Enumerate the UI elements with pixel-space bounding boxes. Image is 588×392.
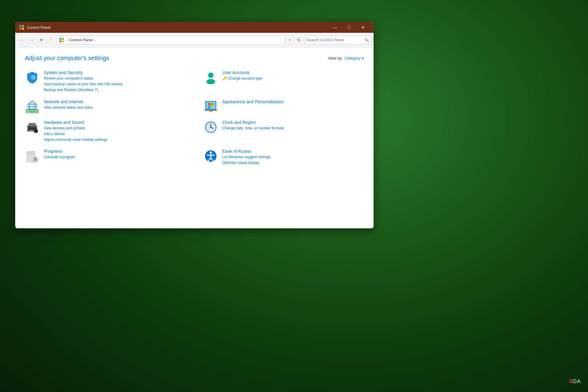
svg-rect-39	[27, 152, 35, 152]
up-button[interactable]: ↑	[47, 36, 55, 44]
hardware-sound-title[interactable]: Hardware and Sound	[44, 120, 185, 125]
appearance-text: Appearance and Personalization	[222, 99, 364, 105]
path-chevron-1: ›	[66, 38, 67, 42]
hardware-sound-link-2[interactable]: Add a device	[44, 131, 185, 137]
svg-rect-6	[60, 40, 61, 42]
main-content: Adjust your computer's settings View by:…	[15, 47, 374, 228]
programs-link-1[interactable]: Uninstall a program	[44, 154, 185, 160]
programs-text: Programs Uninstall a program	[44, 149, 185, 160]
category-hardware-sound: Hardware and Sound View devices and prin…	[25, 120, 185, 143]
view-by-label: View by:	[328, 56, 343, 60]
page-title: Adjust your computer's settings	[25, 55, 109, 62]
category-programs: Programs Uninstall a program	[25, 149, 185, 166]
svg-rect-22	[211, 103, 214, 105]
system-security-link-1[interactable]: Review your computer's status	[44, 76, 185, 81]
user-accounts-link-1[interactable]: 🔑 Change account type	[222, 76, 364, 81]
programs-title[interactable]: Programs	[44, 149, 185, 154]
maximize-button[interactable]: □	[342, 22, 356, 33]
svg-rect-1	[22, 25, 24, 27]
recent-button[interactable]: ▾	[37, 36, 46, 44]
category-system-security: System and Security Review your computer…	[25, 70, 185, 93]
categories-grid: System and Security Review your computer…	[25, 70, 364, 166]
svg-rect-24	[211, 106, 214, 108]
programs-icon	[25, 149, 39, 163]
svg-rect-3	[22, 28, 24, 30]
xda-watermark: XDA	[569, 378, 581, 385]
ease-of-access-link-1[interactable]: Let Windows suggest settings	[222, 154, 364, 160]
search-input[interactable]	[306, 38, 363, 42]
view-by-category[interactable]: Category ▾	[345, 56, 364, 60]
svg-rect-40	[27, 153, 35, 154]
svg-rect-5	[62, 38, 64, 40]
category-clock-region: Clock and Region Change date, time, or n…	[203, 120, 364, 143]
svg-point-9	[208, 73, 214, 78]
hardware-sound-icon	[25, 120, 39, 135]
network-internet-icon	[25, 99, 39, 114]
control-panel-window: Control Panel — □ ✕ ← → ▾ ↑ › Control Pa…	[15, 22, 374, 228]
system-security-title[interactable]: System and Security	[44, 70, 185, 75]
hardware-sound-text: Hardware and Sound View devices and prin…	[44, 120, 185, 143]
user-accounts-text: User Accounts 🔑 Change account type	[222, 70, 364, 81]
svg-rect-44	[35, 157, 36, 160]
network-internet-title[interactable]: Network and Internet	[44, 99, 185, 104]
system-security-text: System and Security Review your computer…	[44, 70, 185, 93]
path-chevron-2: ›	[94, 38, 96, 42]
svg-rect-7	[62, 40, 64, 42]
svg-point-8	[31, 75, 36, 80]
refresh-button[interactable]: ↻	[295, 36, 303, 44]
category-network-internet: Network and Internet View network status…	[25, 99, 185, 114]
ease-of-access-text: Ease of Access Let Windows suggest setti…	[222, 149, 364, 166]
user-accounts-title[interactable]: User Accounts	[222, 70, 364, 75]
ease-of-access-link-2[interactable]: Optimize visual display	[222, 160, 364, 166]
svg-rect-23	[208, 106, 210, 108]
network-internet-link-1[interactable]: View network status and tasks	[44, 105, 185, 111]
category-user-accounts: User Accounts 🔑 Change account type	[203, 70, 364, 93]
svg-point-10	[207, 79, 215, 84]
category-ease-of-access: Ease of Access Let Windows suggest setti…	[203, 149, 364, 166]
title-bar: Control Panel — □ ✕	[15, 22, 374, 33]
svg-rect-4	[60, 38, 61, 40]
forward-button[interactable]: →	[27, 36, 36, 44]
minimize-button[interactable]: —	[328, 22, 342, 33]
network-internet-text: Network and Internet View network status…	[44, 99, 185, 111]
window-icon	[19, 25, 24, 30]
window-title: Control Panel	[27, 25, 328, 30]
clock-region-title[interactable]: Clock and Region	[222, 120, 364, 125]
clock-region-icon	[203, 120, 218, 135]
address-bar: ← → ▾ ↑ › Control Panel › ▾ ↻ 🔍	[15, 33, 374, 47]
svg-rect-41	[27, 154, 35, 155]
search-icon: 🔍	[364, 38, 369, 42]
appearance-icon	[203, 99, 218, 114]
svg-point-46	[210, 152, 212, 154]
system-security-icon	[25, 70, 39, 85]
category-appearance: Appearance and Personalization	[203, 99, 364, 114]
address-dropdown-button[interactable]: ▾	[286, 36, 293, 44]
clock-region-link-1[interactable]: Change date, time, or number formats	[222, 125, 364, 131]
back-button[interactable]: ←	[18, 36, 26, 44]
appearance-title[interactable]: Appearance and Personalization	[222, 99, 364, 104]
system-security-link-2[interactable]: Save backup copies of your files with Fi…	[44, 81, 185, 87]
svg-rect-19	[204, 110, 217, 111]
close-button[interactable]: ✕	[356, 22, 370, 33]
hardware-sound-link-1[interactable]: View devices and printers	[44, 125, 185, 131]
ease-of-access-icon	[203, 149, 218, 163]
svg-rect-20	[209, 111, 213, 112]
svg-rect-21	[208, 103, 210, 105]
svg-rect-27	[29, 123, 36, 126]
svg-rect-16	[26, 109, 39, 113]
svg-rect-18	[206, 102, 216, 109]
path-label: Control Panel	[69, 38, 93, 42]
ease-of-access-title[interactable]: Ease of Access	[222, 149, 364, 154]
svg-point-37	[210, 127, 211, 128]
svg-rect-0	[19, 25, 21, 27]
svg-point-32	[35, 130, 36, 131]
view-by-control: View by: Category ▾	[328, 56, 364, 60]
clock-region-text: Clock and Region Change date, time, or n…	[222, 120, 364, 131]
svg-rect-2	[19, 28, 21, 30]
window-controls: — □ ✕	[328, 22, 370, 33]
search-box[interactable]: 🔍	[304, 36, 371, 44]
content-header: Adjust your computer's settings View by:…	[25, 55, 364, 62]
system-security-link-3[interactable]: Backup and Restore (Windows 7)	[44, 87, 185, 93]
address-path[interactable]: › Control Panel ›	[56, 36, 285, 44]
hardware-sound-link-3[interactable]: Adjust commonly used mobility settings	[44, 137, 185, 143]
